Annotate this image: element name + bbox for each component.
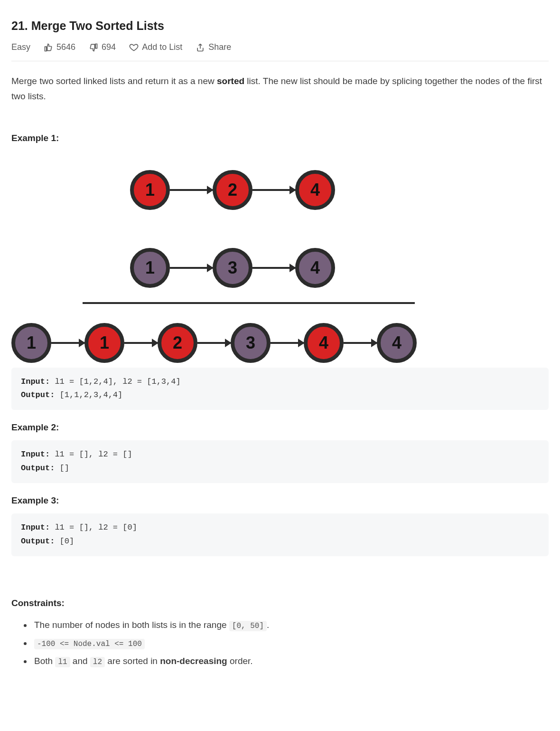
arrow-icon xyxy=(51,342,84,344)
heart-icon xyxy=(129,43,139,52)
diagram-list2: 1 3 4 xyxy=(130,248,549,288)
inline-code: l2 xyxy=(90,657,105,667)
likes-count: 5646 xyxy=(56,42,75,52)
list-node: 1 xyxy=(130,170,170,210)
arrow-icon xyxy=(197,342,231,344)
list-node: 4 xyxy=(304,323,344,363)
list-node: 1 xyxy=(84,323,124,363)
arrow-icon xyxy=(124,342,158,344)
dislikes-button[interactable]: 694 xyxy=(89,42,116,52)
arrow-icon xyxy=(252,189,295,191)
share-button[interactable]: Share xyxy=(196,42,231,52)
list-node: 1 xyxy=(11,323,51,363)
arrow-icon xyxy=(271,342,304,344)
list-node: 2 xyxy=(213,170,252,210)
inline-code: l1 xyxy=(55,657,70,667)
thumbs-down-icon xyxy=(89,43,98,52)
meta-bar: Easy 5646 694 Add to List Share xyxy=(11,42,549,61)
thumbs-up-icon xyxy=(44,43,53,52)
arrow-icon xyxy=(170,189,213,191)
list-node: 4 xyxy=(295,170,335,210)
inline-code: [0, 50] xyxy=(229,621,267,631)
constraints-label: Constraints: xyxy=(11,598,549,608)
example-2-code: Input: l1 = [], l2 = [] Output: [] xyxy=(11,440,549,483)
example-2-label: Example 2: xyxy=(11,422,549,433)
list-node: 3 xyxy=(231,323,271,363)
problem-description: Merge two sorted linked lists and return… xyxy=(11,74,549,104)
list-node: 2 xyxy=(158,323,197,363)
problem-title: 21. Merge Two Sorted Lists xyxy=(11,19,549,33)
example-1-diagram: 1 2 4 1 3 4 1 1 2 3 4 4 xyxy=(11,151,549,363)
example-1-code: Input: l1 = [1,2,4], l2 = [1,3,4] Output… xyxy=(11,368,549,410)
constraint-item: -100 <= Node.val <= 100 xyxy=(32,634,549,652)
arrow-icon xyxy=(170,267,213,269)
inline-code: -100 <= Node.val <= 100 xyxy=(34,639,145,649)
example-1-label: Example 1: xyxy=(11,133,549,143)
constraint-item: Both l1 and l2 are sorted in non-decreas… xyxy=(32,652,549,670)
example-3-code: Input: l1 = [], l2 = [0] Output: [0] xyxy=(11,513,549,556)
diagram-list1: 1 2 4 xyxy=(130,170,549,210)
list-node: 4 xyxy=(377,323,417,363)
arrow-icon xyxy=(252,267,295,269)
share-icon xyxy=(196,43,205,52)
constraint-item: The number of nodes in both lists is in … xyxy=(32,616,549,634)
add-to-list-label: Add to List xyxy=(142,42,182,52)
add-to-list-button[interactable]: Add to List xyxy=(129,42,182,52)
likes-button[interactable]: 5646 xyxy=(44,42,75,52)
constraints-list: The number of nodes in both lists is in … xyxy=(32,616,549,670)
arrow-icon xyxy=(344,342,377,344)
example-3-label: Example 3: xyxy=(11,495,549,506)
list-node: 3 xyxy=(213,248,252,288)
diagram-separator xyxy=(83,302,415,304)
list-node: 1 xyxy=(130,248,170,288)
share-label: Share xyxy=(208,42,231,52)
dislikes-count: 694 xyxy=(102,42,116,52)
diagram-merged: 1 1 2 3 4 4 xyxy=(11,323,549,363)
list-node: 4 xyxy=(295,248,335,288)
difficulty-badge: Easy xyxy=(11,42,30,52)
